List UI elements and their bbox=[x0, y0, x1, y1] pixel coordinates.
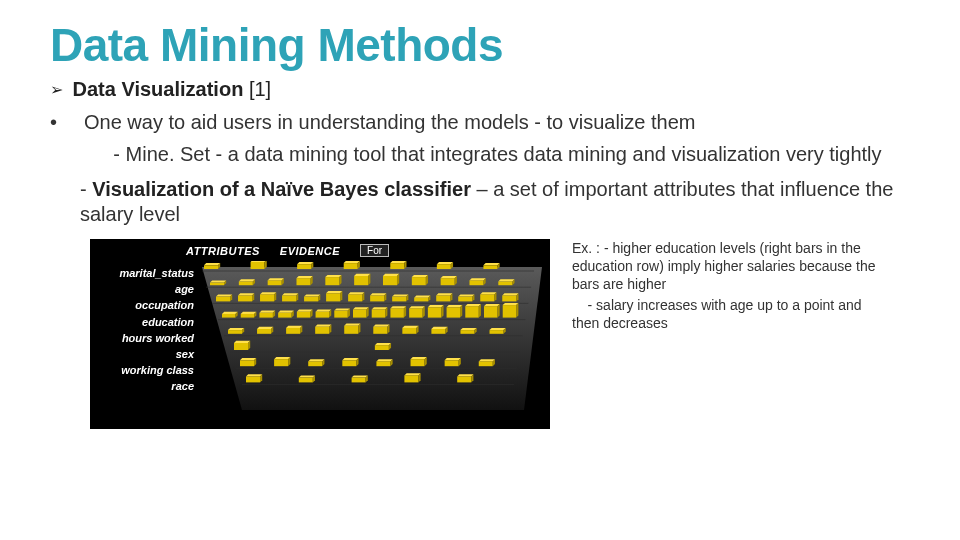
svg-rect-39 bbox=[354, 276, 368, 285]
svg-marker-93 bbox=[480, 292, 496, 294]
svg-rect-5 bbox=[251, 262, 265, 269]
svg-rect-200 bbox=[376, 361, 390, 366]
svg-rect-36 bbox=[325, 277, 339, 285]
svg-marker-135 bbox=[441, 305, 443, 318]
svg-marker-44 bbox=[412, 275, 428, 277]
svg-marker-199 bbox=[376, 359, 392, 361]
svg-marker-144 bbox=[497, 304, 499, 318]
svg-marker-10 bbox=[344, 261, 360, 263]
svg-rect-8 bbox=[297, 264, 311, 269]
svg-rect-48 bbox=[441, 278, 455, 285]
svg-marker-127 bbox=[390, 306, 406, 308]
row-label: education bbox=[90, 314, 198, 330]
svg-rect-206 bbox=[445, 360, 459, 366]
svg-marker-147 bbox=[516, 303, 518, 318]
svg-rect-122 bbox=[353, 310, 366, 318]
svg-rect-70 bbox=[304, 297, 318, 302]
svg-rect-27 bbox=[239, 282, 253, 286]
svg-marker-170 bbox=[431, 327, 447, 329]
svg-rect-54 bbox=[498, 282, 512, 286]
svg-rect-11 bbox=[344, 263, 358, 269]
svg-rect-91 bbox=[458, 297, 472, 302]
svg-rect-33 bbox=[296, 278, 310, 285]
svg-rect-110 bbox=[278, 313, 291, 318]
row-label: working class bbox=[90, 362, 198, 378]
svg-marker-96 bbox=[502, 293, 518, 295]
svg-marker-221 bbox=[404, 373, 420, 375]
svg-marker-180 bbox=[234, 341, 250, 343]
svg-marker-63 bbox=[260, 292, 276, 294]
svg-marker-158 bbox=[315, 325, 331, 327]
svg-rect-162 bbox=[344, 326, 358, 334]
svg-rect-51 bbox=[469, 280, 483, 285]
svg-marker-124 bbox=[372, 307, 388, 309]
svg-marker-0 bbox=[202, 267, 542, 410]
svg-marker-212 bbox=[246, 374, 262, 376]
subheading-ref: [1] bbox=[243, 78, 271, 100]
svg-rect-42 bbox=[383, 276, 397, 285]
svg-marker-38 bbox=[354, 274, 370, 276]
svg-rect-119 bbox=[334, 311, 347, 318]
svg-rect-171 bbox=[431, 329, 445, 334]
svg-marker-72 bbox=[326, 291, 342, 293]
svg-marker-103 bbox=[241, 312, 257, 314]
svg-marker-53 bbox=[498, 279, 514, 281]
header-evidence: EVIDENCE bbox=[280, 245, 340, 257]
svg-marker-13 bbox=[390, 261, 406, 263]
svg-rect-101 bbox=[222, 314, 235, 318]
svg-marker-106 bbox=[259, 311, 275, 313]
svg-marker-23 bbox=[210, 280, 226, 282]
svg-marker-78 bbox=[370, 293, 386, 295]
svg-marker-145 bbox=[503, 303, 519, 305]
svg-marker-118 bbox=[334, 308, 350, 310]
svg-rect-61 bbox=[238, 296, 252, 302]
svg-rect-79 bbox=[370, 296, 384, 302]
example-p1: Ex. : - higher education levels (right b… bbox=[572, 239, 892, 294]
subheading: ➢ Data Visualization [1] bbox=[50, 78, 920, 101]
svg-marker-1 bbox=[204, 263, 220, 265]
svg-rect-153 bbox=[257, 329, 271, 334]
svg-rect-188 bbox=[240, 360, 254, 366]
svg-rect-156 bbox=[286, 328, 300, 334]
svg-marker-193 bbox=[308, 359, 324, 361]
svg-rect-197 bbox=[342, 360, 356, 366]
svg-marker-41 bbox=[383, 274, 399, 276]
svg-rect-17 bbox=[437, 264, 451, 269]
chart-header: ATTRIBUTES EVIDENCE For bbox=[186, 244, 542, 257]
svg-rect-14 bbox=[390, 263, 404, 269]
svg-rect-76 bbox=[348, 294, 362, 301]
svg-marker-121 bbox=[353, 307, 369, 309]
svg-rect-146 bbox=[503, 305, 516, 318]
svg-marker-139 bbox=[465, 304, 481, 306]
svg-rect-165 bbox=[373, 327, 387, 334]
svg-marker-173 bbox=[460, 328, 476, 330]
for-dropdown[interactable]: For bbox=[360, 244, 389, 257]
slide: Data Mining Methods ➢ Data Visualization… bbox=[0, 0, 960, 429]
svg-rect-2 bbox=[204, 265, 218, 269]
svg-marker-190 bbox=[274, 357, 290, 359]
svg-marker-224 bbox=[457, 374, 473, 376]
svg-rect-219 bbox=[352, 378, 366, 383]
svg-marker-164 bbox=[373, 325, 389, 327]
svg-marker-81 bbox=[392, 294, 408, 296]
svg-marker-4 bbox=[251, 261, 267, 262]
svg-marker-202 bbox=[411, 357, 427, 359]
svg-rect-140 bbox=[465, 306, 478, 317]
header-attributes: ATTRIBUTES bbox=[186, 245, 260, 257]
content-row: ATTRIBUTES EVIDENCE For marital_status a… bbox=[90, 239, 920, 429]
svg-marker-90 bbox=[458, 294, 474, 296]
svg-marker-142 bbox=[484, 304, 500, 306]
row-label: sex bbox=[90, 346, 198, 362]
svg-rect-213 bbox=[246, 377, 260, 383]
svg-rect-134 bbox=[428, 307, 441, 317]
svg-marker-32 bbox=[296, 276, 312, 278]
svg-rect-216 bbox=[299, 378, 313, 383]
svg-marker-47 bbox=[441, 276, 457, 278]
svg-marker-130 bbox=[409, 306, 425, 308]
row-label: occupation bbox=[90, 297, 198, 313]
bars-3d-icon bbox=[202, 261, 542, 416]
svg-rect-116 bbox=[316, 312, 329, 318]
bullet-text: One way to aid users in understanding th… bbox=[84, 111, 695, 133]
bullet-dot-icon: • bbox=[50, 111, 84, 134]
svg-marker-155 bbox=[286, 326, 302, 328]
